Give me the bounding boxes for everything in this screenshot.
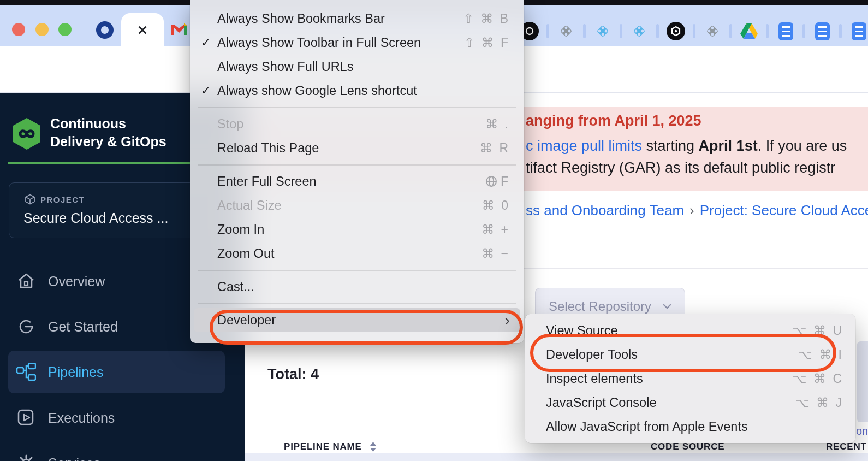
menu-item-enter-full-screen[interactable]: Enter Full Screen F	[190, 169, 524, 193]
menu-item-label: Allow JavaScript from Apple Events	[546, 419, 843, 434]
executions-icon	[16, 408, 36, 428]
sidebar-item-services[interactable]: Services	[0, 447, 245, 461]
harness-cd-logo	[11, 117, 43, 151]
sidebar-item-label: Executions	[48, 410, 115, 426]
menu-item-shortcut: ⇧ ⌘ F	[464, 36, 510, 50]
menu-item-stop: Stop ⌘ .	[190, 112, 524, 136]
google-docs-icon[interactable]	[849, 21, 868, 41]
diamond-gray-icon[interactable]	[703, 21, 722, 41]
pinned-tab-favicon[interactable]	[96, 21, 114, 39]
gmail-tab-icon[interactable]	[170, 22, 188, 36]
column-label: PIPELINE NAME	[284, 441, 362, 452]
table-row-strip	[245, 453, 868, 461]
bookmark-separator	[729, 24, 732, 38]
product-title-line1: Continuous	[50, 115, 167, 133]
menu-item-label: Reload This Page	[217, 141, 480, 156]
column-header-recent-executions[interactable]: RECENT EXECUTIONS	[826, 441, 868, 452]
home-icon	[16, 271, 36, 291]
menu-item-shortcut: F	[501, 174, 510, 189]
window-zoom-button[interactable]	[58, 23, 72, 36]
bookmark-separator	[583, 24, 586, 38]
menu-item-shortcut: ⌘ .	[485, 117, 510, 132]
menu-separator	[190, 103, 524, 112]
banner-text: . If you are us	[758, 138, 847, 154]
bookmark-separator	[766, 24, 769, 38]
product-title: Continuous Delivery & GitOps	[50, 115, 167, 151]
menu-item-shortcut: ⌥ ⌘ J	[795, 395, 843, 410]
sidebar-item-label: Overview	[48, 274, 105, 289]
banner-body-line2: tifact Registry (GAR) as its default pub…	[526, 159, 835, 176]
menu-item-always-show-toolbar-in-full-screen[interactable]: ✓ Always Show Toolbar in Full Screen ⇧ ⌘…	[190, 31, 524, 55]
menu-item-shortcut: ⌘ R	[480, 141, 510, 156]
diamond-gray-icon[interactable]	[556, 21, 576, 41]
bookmark-icon-row	[520, 20, 868, 43]
menu-item-always-show-google-lens-shortcut[interactable]: ✓ Always show Google Lens shortcut	[190, 79, 524, 103]
openai-icon[interactable]	[666, 21, 686, 41]
annotation-ring-developer-tools	[530, 334, 836, 372]
annotation-ring-developer	[210, 310, 523, 345]
menu-separator	[190, 299, 524, 308]
menu-item-zoom-in[interactable]: Zoom In ⌘ +	[190, 217, 524, 241]
select-repository-label: Select Repository	[549, 299, 651, 314]
menu-separator	[190, 265, 524, 275]
checkmark-icon: ✓	[201, 36, 215, 50]
sidebar-item-label: Get Started	[48, 319, 118, 335]
view-menu: Always Show Bookmarks Bar ⇧ ⌘ B ✓ Always…	[190, 0, 524, 343]
banner-text-bold: April 1st	[699, 138, 758, 154]
google-drive-icon[interactable]	[739, 21, 759, 41]
menu-item-shortcut: ⇧ ⌘ B	[463, 11, 510, 26]
project-label: PROJECT	[40, 195, 85, 204]
get-started-icon	[16, 317, 36, 336]
menu-item-zoom-out[interactable]: Zoom Out ⌘ −	[190, 241, 524, 265]
menu-item-shortcut: ⌘ +	[481, 222, 510, 237]
menu-item-label: Always Show Toolbar in Full Screen	[217, 36, 464, 50]
menu-item-reload-this-page[interactable]: Reload This Page ⌘ R	[190, 136, 524, 160]
google-docs-icon[interactable]	[812, 21, 832, 41]
checkmark-icon: ✓	[201, 84, 215, 98]
diamond-blue-icon[interactable]	[629, 21, 649, 41]
column-header-pipeline-name[interactable]: PIPELINE NAME	[284, 441, 377, 452]
menu-item-always-show-full-urls[interactable]: Always Show Full URLs	[190, 55, 524, 79]
menu-item-label: Stop	[217, 117, 485, 132]
menu-item-label: Always Show Full URLs	[217, 60, 510, 74]
sidebar-item-label: Pipelines	[48, 364, 103, 380]
submenu-item-javascript-console[interactable]: JavaScript Console ⌥ ⌘ J	[525, 391, 855, 415]
diamond-blue-icon[interactable]	[593, 21, 613, 41]
window-minimize-button[interactable]	[35, 23, 49, 36]
breadcrumb-org-link[interactable]: ss and Onboarding Team	[526, 202, 684, 218]
bookmark-separator	[656, 24, 659, 38]
project-cube-icon	[25, 194, 35, 205]
menu-item-always-show-bookmarks-bar[interactable]: Always Show Bookmarks Bar ⇧ ⌘ B	[190, 7, 524, 31]
menu-item-cast[interactable]: Cast...	[190, 275, 524, 299]
breadcrumb: ss and Onboarding Team›Project: Secure C…	[526, 202, 868, 219]
tab-close-icon[interactable]: ×	[121, 22, 164, 38]
column-header-code-source[interactable]: CODE SOURCE	[651, 441, 724, 452]
bookmark-separator	[802, 24, 805, 38]
menu-item-label: Zoom In	[217, 222, 481, 237]
menu-item-actual-size: Actual Size ⌘ 0	[190, 193, 524, 217]
chevron-down-icon	[663, 304, 671, 309]
menu-separator	[190, 160, 524, 169]
window-close-button[interactable]	[12, 23, 25, 36]
submenu-item-allow-javascript-from-apple-events[interactable]: Allow JavaScript from Apple Events	[525, 415, 855, 439]
image-pull-limits-link[interactable]: c image pull limits	[526, 138, 642, 154]
occluded-panel-edge	[857, 341, 868, 422]
menu-item-label: Zoom Out	[217, 246, 481, 261]
bookmark-separator	[546, 24, 549, 38]
sidebar-item-pipelines[interactable]: Pipelines	[0, 356, 245, 388]
google-docs-icon[interactable]	[776, 21, 795, 41]
bookmark-separator	[620, 24, 622, 38]
sidebar-item-executions[interactable]: Executions	[0, 401, 245, 434]
total-count: Total: 4	[267, 366, 319, 383]
project-name: Secure Cloud Access ...	[23, 210, 168, 226]
globe-icon	[485, 175, 497, 187]
breadcrumb-project-link[interactable]: Project: Secure Cloud Acce	[700, 202, 868, 218]
banner-text: starting	[642, 138, 699, 154]
gear-icon	[16, 453, 36, 461]
menu-item-label: Cast...	[217, 280, 510, 294]
banner-heading: anging from April 1, 2025	[526, 113, 701, 129]
menu-item-label: Always show Google Lens shortcut	[217, 84, 510, 98]
product-title-line2: Delivery & GitOps	[50, 133, 167, 151]
menu-item-label: JavaScript Console	[546, 395, 795, 410]
sort-icon[interactable]	[370, 441, 377, 452]
